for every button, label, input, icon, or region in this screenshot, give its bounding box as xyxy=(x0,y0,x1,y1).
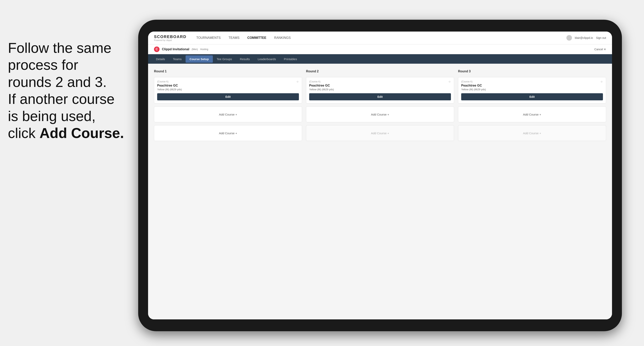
tab-teams[interactable]: Teams xyxy=(169,55,186,63)
tab-course-setup[interactable]: Course Setup xyxy=(186,55,213,63)
round-2-course-details: Yellow (M) (6629 yds) xyxy=(309,88,451,91)
nav-committee[interactable]: COMMITTEE xyxy=(247,35,266,41)
round-2-delete-icon[interactable]: ○ xyxy=(447,79,452,84)
round-3-course-name: Peachtree GC xyxy=(461,84,603,87)
tablet-screen: SCOREBOARD Powered by clippd TOURNAMENTS… xyxy=(148,31,612,319)
instruction-line5: is being used, xyxy=(8,108,96,124)
round-1-column: Round 1 ○ (Course A) Peachtree GC Yellow… xyxy=(154,70,302,141)
round-3-add-course-2: Add Course + xyxy=(458,125,606,141)
round-3-delete-icon[interactable]: ○ xyxy=(599,79,604,84)
round-2-course-label: (Course A) xyxy=(309,80,451,83)
nav-tournaments[interactable]: TOURNAMENTS xyxy=(196,35,220,41)
nav-teams[interactable]: TEAMS xyxy=(228,35,240,41)
round-2-course-name: Peachtree GC xyxy=(309,84,451,87)
instruction-line2: process for xyxy=(8,57,78,73)
user-avatar xyxy=(566,35,572,41)
round-1-course-name: Peachtree GC xyxy=(157,84,299,87)
age-group: (Men) xyxy=(192,48,198,51)
logo-sub: Powered by clippd xyxy=(154,39,186,41)
top-nav: SCOREBOARD Powered by clippd TOURNAMENTS… xyxy=(148,31,612,44)
round-1-header: Round 1 xyxy=(154,70,302,73)
cancel-button[interactable]: Cancel ✕ xyxy=(594,48,606,51)
round-3-header: Round 3 xyxy=(458,70,606,73)
round-1-add-course-2[interactable]: Add Course + xyxy=(154,125,302,141)
brand-logo-icon: C xyxy=(154,46,160,52)
rounds-grid: Round 1 ○ (Course A) Peachtree GC Yellow… xyxy=(154,70,606,141)
tab-printables[interactable]: Printables xyxy=(280,55,301,63)
sub-header: C Clippd Invitational (Men) Hosting Canc… xyxy=(148,44,612,54)
instruction-line1: Follow the same xyxy=(8,40,111,56)
round-2-add-course-2-label: Add Course + xyxy=(371,132,389,135)
round-2-add-course-2: Add Course + xyxy=(306,125,454,141)
round-1-delete-icon[interactable]: ○ xyxy=(295,79,300,84)
round-3-column: Round 3 ○ (Course A) Peachtree GC Yellow… xyxy=(458,70,606,141)
tab-details[interactable]: Details xyxy=(152,55,169,63)
round-3-add-course-1-label: Add Course + xyxy=(523,113,541,116)
nav-right: blair@clippd.io Sign out xyxy=(566,35,606,41)
hosting-status: Hosting xyxy=(200,48,208,51)
round-3-add-course-2-label: Add Course + xyxy=(523,132,541,135)
nav-rankings[interactable]: RANKINGS xyxy=(274,35,291,41)
round-2-add-course-1[interactable]: Add Course + xyxy=(306,106,454,122)
logo-area: SCOREBOARD Powered by clippd xyxy=(154,34,186,41)
round-2-edit-button[interactable]: Edit xyxy=(309,93,451,100)
tab-leaderboards[interactable]: Leaderboards xyxy=(254,55,280,63)
round-3-edit-button[interactable]: Edit xyxy=(461,93,603,100)
logo-text: SCOREBOARD xyxy=(154,34,186,39)
round-2-course-a-card: ○ (Course A) Peachtree GC Yellow (M) (66… xyxy=(306,77,454,104)
round-2-header: Round 2 xyxy=(306,70,454,73)
round-1-add-course-1[interactable]: Add Course + xyxy=(154,106,302,122)
instruction-line6: click xyxy=(8,125,40,141)
sign-out-link[interactable]: Sign out xyxy=(596,36,606,39)
round-1-edit-button[interactable]: Edit xyxy=(157,93,299,100)
round-1-course-a-card: ○ (Course A) Peachtree GC Yellow (M) (66… xyxy=(154,77,302,104)
nav-links: TOURNAMENTS TEAMS COMMITTEE RANKINGS xyxy=(196,35,566,41)
user-email: blair@clippd.io xyxy=(575,36,593,39)
main-content: Round 1 ○ (Course A) Peachtree GC Yellow… xyxy=(148,64,612,319)
round-3-course-label: (Course A) xyxy=(461,80,603,83)
round-3-course-details: Yellow (M) (6629 yds) xyxy=(461,88,603,91)
round-1-add-course-2-label: Add Course + xyxy=(219,132,237,135)
tab-results[interactable]: Results xyxy=(236,55,254,63)
instruction-line3: rounds 2 and 3. xyxy=(8,74,106,90)
round-1-course-label: (Course A) xyxy=(157,80,299,83)
tournament-name: Clippd Invitational xyxy=(162,47,189,51)
round-3-course-a-card: ○ (Course A) Peachtree GC Yellow (M) (66… xyxy=(458,77,606,104)
round-2-column: Round 2 ○ (Course A) Peachtree GC Yellow… xyxy=(306,70,454,141)
instruction-bold: Add Course. xyxy=(40,125,124,141)
instruction-line4: If another course xyxy=(8,91,114,107)
instruction-text: Follow the same process for rounds 2 and… xyxy=(0,31,134,150)
tabs-bar: Details Teams Course Setup Tee Groups Re… xyxy=(148,54,612,64)
round-1-add-course-1-label: Add Course + xyxy=(219,113,237,116)
round-2-add-course-1-label: Add Course + xyxy=(371,113,389,116)
tablet-frame: SCOREBOARD Powered by clippd TOURNAMENTS… xyxy=(138,20,622,331)
tab-tee-groups[interactable]: Tee Groups xyxy=(213,55,236,63)
round-3-add-course-1[interactable]: Add Course + xyxy=(458,106,606,122)
round-1-course-details: Yellow (M) (6629 yds) xyxy=(157,88,299,91)
